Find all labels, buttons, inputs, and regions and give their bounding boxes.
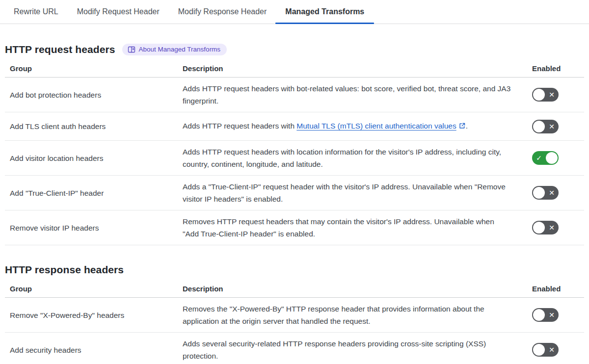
table-row: Add "True-Client-IP" headerAdds a "True-… [5,176,584,210]
table-row: Add TLS client auth headersAdds HTTP req… [5,112,584,141]
check-icon: ✓ [533,152,545,164]
column-header-enabled: Enabled [527,282,584,298]
managed-transforms-panel: HTTP request headers About Managed Trans… [0,44,589,364]
group-cell: Add bot protection headers [5,78,178,112]
table-row: Add security headersAdds several securit… [5,333,584,364]
group-cell: Add visitor location headers [5,141,178,176]
group-cell: Add security headers [5,333,178,364]
toggle-knob [533,222,545,234]
request-headers-section: HTTP request headers About Managed Trans… [5,44,584,245]
toggle-add-true-client-ip-header[interactable]: ✕ [532,186,559,200]
column-header-description: Description [178,282,527,298]
description-cell: Removes HTTP request headers that may co… [178,210,527,245]
description-cell: Removes the "X-Powered-By" HTTP response… [178,298,527,333]
group-cell: Add "True-Client-IP" header [5,176,178,210]
toggle-knob [533,309,545,321]
column-header-description: Description [178,61,527,78]
group-cell: Remove visitor IP headers [5,210,178,245]
toggle-knob [533,344,545,356]
toggle-knob [546,152,558,164]
column-header-group: Group [5,282,178,298]
table-row: Remove "X-Powered-By" headersRemoves the… [5,298,584,333]
tab-managed-transforms[interactable]: Managed Transforms [285,0,364,24]
enabled-cell: ✕ [527,298,584,333]
description-cell: Adds HTTP request headers with location … [178,141,527,176]
column-header-enabled: Enabled [527,61,584,78]
section-title-response: HTTP response headers [5,264,124,276]
column-header-group: Group [5,61,178,78]
enabled-cell: ✕ [527,210,584,245]
tab-bar: Rewrite URLModify Request HeaderModify R… [0,0,589,24]
enabled-cell: ✕ [527,78,584,112]
toggle-add-tls-client-auth-headers[interactable]: ✕ [532,120,559,133]
table-row: Add bot protection headersAdds HTTP requ… [5,78,584,112]
enabled-cell: ✕ [527,112,584,141]
description-cell: Adds HTTP request headers with bot-relat… [178,78,527,112]
section-title-request: HTTP request headers [5,44,115,55]
x-icon: ✕ [546,187,558,199]
x-icon: ✕ [546,309,558,321]
toggle-remove-x-powered-by-headers[interactable]: ✕ [532,308,559,322]
table-row: Add visitor location headersAdds HTTP re… [5,141,584,176]
enabled-cell: ✓ [527,141,584,176]
description-cell: Adds HTTP request headers with Mutual TL… [178,112,527,141]
tab-modify-response-header[interactable]: Modify Response Header [178,0,267,24]
group-cell: Add TLS client auth headers [5,112,178,141]
request-headers-table: Group Description Enabled Add bot protec… [5,61,584,245]
group-cell: Remove "X-Powered-By" headers [5,298,178,333]
description-cell: Adds a "True-Client-IP" request header w… [178,176,527,210]
toggle-add-visitor-location-headers[interactable]: ✓ [532,151,559,165]
book-icon [128,46,135,53]
table-header-row: Group Description Enabled [5,282,584,298]
toggle-knob [533,89,545,101]
tab-modify-request-header[interactable]: Modify Request Header [77,0,160,24]
toggle-knob [533,121,545,132]
enabled-cell: ✕ [527,333,584,364]
toggle-remove-visitor-ip-headers[interactable]: ✕ [532,221,559,234]
response-headers-section: HTTP response headers Group Description … [5,264,584,364]
x-icon: ✕ [546,89,558,101]
enabled-cell: ✕ [527,176,584,210]
table-header-row: Group Description Enabled [5,61,584,78]
response-headers-table: Group Description Enabled Remove "X-Powe… [5,282,584,364]
mtls-doc-link[interactable]: Mutual TLS (mTLS) client authentication … [296,122,456,130]
x-icon: ✕ [546,121,558,132]
toggle-add-security-headers[interactable]: ✕ [532,343,559,357]
x-icon: ✕ [546,344,558,356]
about-managed-transforms-badge[interactable]: About Managed Transforms [122,44,227,55]
badge-label: About Managed Transforms [139,46,221,53]
tab-rewrite-url[interactable]: Rewrite URL [14,0,58,24]
description-cell: Adds several security-related HTTP respo… [178,333,527,364]
table-row: Remove visitor IP headersRemoves HTTP re… [5,210,584,245]
x-icon: ✕ [546,222,558,234]
toggle-knob [533,187,545,199]
external-link-icon [458,121,466,133]
toggle-add-bot-protection-headers[interactable]: ✕ [532,88,559,102]
